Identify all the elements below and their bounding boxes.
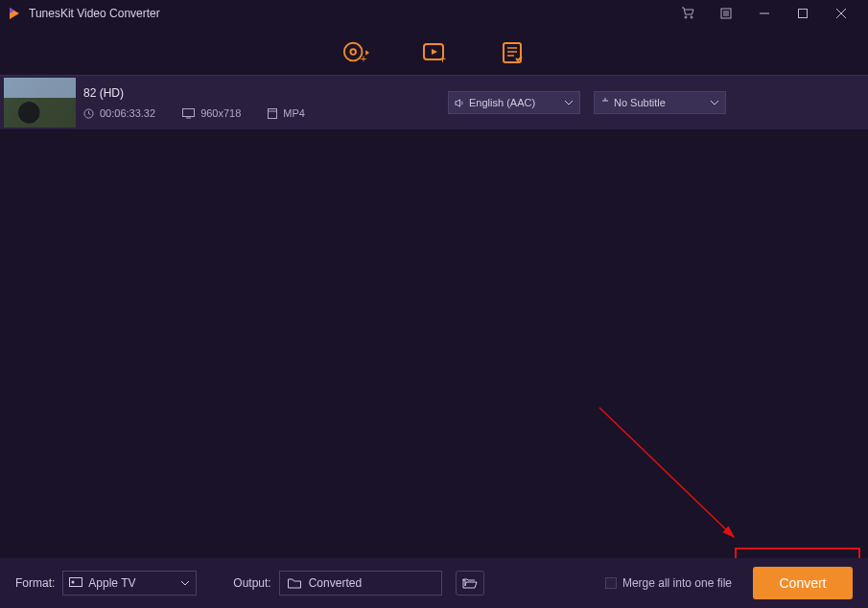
format-value: Apple TV <box>88 576 135 590</box>
folder-icon <box>288 578 301 589</box>
svg-text:+: + <box>360 53 366 64</box>
svg-rect-9 <box>799 10 808 18</box>
chevron-down-icon <box>180 580 190 586</box>
app-logo-icon <box>6 5 23 22</box>
merge-checkbox-group[interactable]: Merge all into one file <box>605 576 732 590</box>
svg-text:+: + <box>439 53 446 65</box>
svg-marker-15 <box>365 50 369 56</box>
audio-track-value: English (AAC) <box>469 97 535 108</box>
svg-rect-26 <box>269 108 277 118</box>
container-meta: MP4 <box>268 107 305 119</box>
convert-button[interactable]: Convert <box>753 567 853 599</box>
file-row[interactable]: 82 (HD) 00:06:33.32 960x718 MP4 English … <box>0 75 868 130</box>
subtitle-value: No Subtitle <box>614 97 666 108</box>
svg-marker-17 <box>432 49 437 55</box>
duration-meta: 00:06:33.32 <box>83 107 155 119</box>
subtitle-select[interactable]: No Subtitle <box>594 91 726 114</box>
svg-rect-24 <box>183 108 195 116</box>
clock-icon <box>83 108 94 119</box>
format-label: Format: <box>15 576 55 590</box>
svg-point-2 <box>685 16 687 18</box>
svg-point-32 <box>72 581 75 584</box>
speaker-icon <box>455 98 465 108</box>
file-icon <box>268 108 277 119</box>
resolution-meta: 960x718 <box>182 107 241 119</box>
add-video-button[interactable]: + <box>421 39 448 66</box>
chevron-down-icon <box>564 100 574 105</box>
output-label: Output: <box>233 576 270 590</box>
title-bar: TunesKit Video Converter <box>0 0 868 27</box>
output-value: Converted <box>309 576 362 590</box>
open-folder-icon <box>462 577 478 589</box>
chevron-down-icon <box>710 100 719 105</box>
container-value: MP4 <box>283 107 305 119</box>
resolution-value: 960x718 <box>200 107 241 119</box>
open-output-folder-button[interactable] <box>456 571 484 596</box>
add-disc-button[interactable]: + <box>342 39 369 66</box>
file-name: 82 (HD) <box>83 86 305 100</box>
app-title: TunesKit Video Converter <box>29 7 678 20</box>
svg-point-3 <box>691 16 692 18</box>
display-icon <box>182 108 195 119</box>
converted-list-button[interactable] <box>500 39 527 66</box>
svg-point-13 <box>350 49 356 55</box>
maximize-button[interactable] <box>793 4 812 23</box>
duration-value: 00:06:33.32 <box>100 107 155 119</box>
format-select[interactable]: Apple TV <box>62 571 197 596</box>
main-toolbar: + + <box>0 27 868 75</box>
svg-line-30 <box>599 408 734 537</box>
bottom-bar: Format: Apple TV Output: Converted Merge… <box>0 558 868 608</box>
menu-icon[interactable] <box>716 4 736 23</box>
video-thumbnail[interactable] <box>4 78 76 128</box>
svg-rect-31 <box>70 578 82 587</box>
close-button[interactable] <box>832 4 851 23</box>
appletv-icon <box>69 577 82 589</box>
merge-checkbox[interactable] <box>605 577 617 589</box>
merge-label: Merge all into one file <box>622 576 732 590</box>
convert-label: Convert <box>779 575 826 591</box>
subtitle-icon <box>600 98 610 108</box>
output-path-select[interactable]: Converted <box>279 571 442 596</box>
cart-icon[interactable] <box>678 4 697 23</box>
minimize-button[interactable] <box>755 4 774 23</box>
annotation-arrow-icon <box>595 403 748 556</box>
audio-track-select[interactable]: English (AAC) <box>448 91 580 114</box>
